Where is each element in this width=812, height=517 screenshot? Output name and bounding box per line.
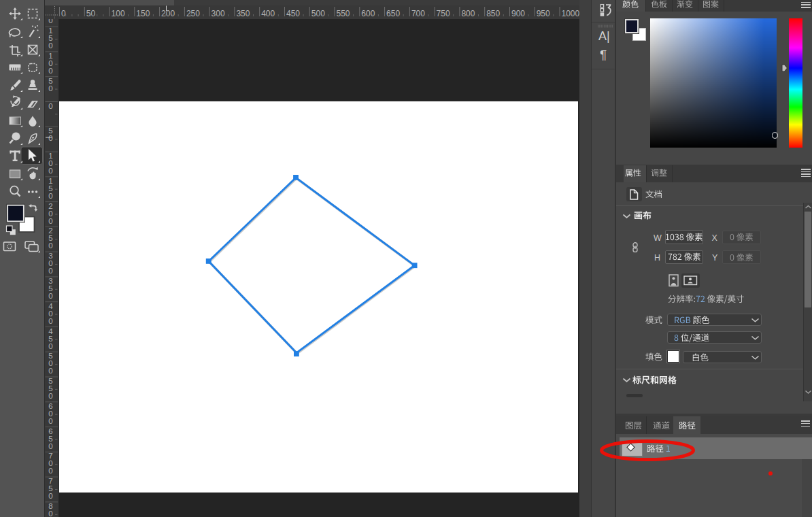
svg-text:400: 400: [261, 8, 275, 18]
svg-text:0: 0: [48, 191, 52, 199]
svg-text:0: 0: [48, 291, 52, 299]
svg-text:0: 0: [48, 216, 52, 224]
svg-text:0: 0: [48, 101, 52, 110]
svg-text:800: 800: [461, 8, 475, 18]
svg-text:0: 0: [48, 492, 52, 500]
svg-text:0: 0: [61, 8, 66, 18]
svg-text:200: 200: [161, 8, 175, 18]
svg-text:0: 0: [48, 441, 52, 450]
svg-text:0: 0: [48, 316, 52, 324]
svg-text:50: 50: [86, 8, 96, 18]
svg-text:0: 0: [48, 41, 52, 50]
svg-text:0: 0: [48, 509, 52, 517]
svg-text:350: 350: [236, 8, 250, 18]
svg-text:850: 850: [486, 8, 500, 18]
svg-text:750: 750: [437, 8, 450, 18]
svg-text:0: 0: [48, 241, 52, 250]
svg-text:600: 600: [361, 8, 375, 18]
svg-text:0: 0: [48, 66, 52, 74]
svg-text:0: 0: [48, 19, 52, 24]
svg-text:0: 0: [48, 267, 52, 275]
svg-text:0: 0: [48, 392, 52, 400]
svg-text:0: 0: [48, 167, 52, 175]
svg-text:700: 700: [411, 8, 425, 18]
svg-text:250: 250: [186, 8, 200, 18]
svg-text:0: 0: [48, 367, 52, 375]
svg-text:300: 300: [212, 8, 225, 18]
svg-text:950: 950: [537, 8, 550, 18]
svg-text:650: 650: [386, 8, 400, 18]
svg-text:0: 0: [48, 416, 52, 424]
svg-text:900: 900: [511, 8, 525, 18]
svg-text:0: 0: [48, 467, 52, 475]
svg-text:1000: 1000: [562, 8, 580, 18]
svg-text:150: 150: [136, 8, 150, 18]
svg-text:0: 0: [48, 134, 52, 142]
svg-text:0: 0: [48, 84, 52, 92]
svg-text:100: 100: [112, 8, 125, 18]
svg-text:500: 500: [311, 8, 325, 18]
svg-text:0: 0: [48, 341, 52, 350]
svg-text:550: 550: [337, 8, 350, 18]
svg-text:450: 450: [286, 8, 300, 18]
